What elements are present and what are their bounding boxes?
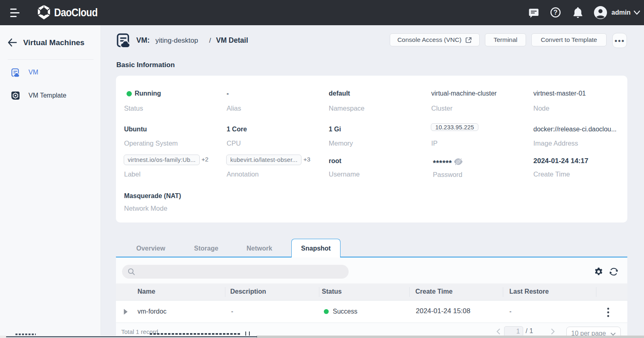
svg-text:?: ?	[554, 9, 558, 16]
